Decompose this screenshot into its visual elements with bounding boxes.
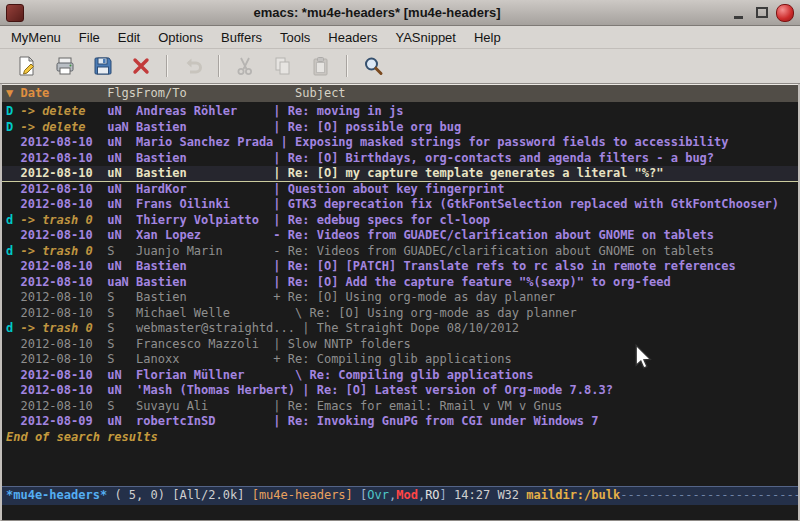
- from-field: Frans Oilinki: [136, 197, 273, 211]
- date-field: 2012-08-10: [20, 399, 107, 413]
- from-field: Juanjo Marin: [136, 244, 273, 258]
- buffer-empty-space: [2, 445, 798, 486]
- mark-char: [6, 306, 20, 320]
- date-field: 2012-08-10: [20, 383, 107, 397]
- modeline-search-scope: [All/2.0k]: [172, 488, 251, 502]
- subject-field: Slow NNTP folders: [288, 337, 411, 351]
- thread-indicator: |: [273, 399, 287, 413]
- header-row[interactable]: 2012-08-10 uN Xan Lopez - Re: Videos fro…: [2, 228, 798, 244]
- modeline-filler-dashes: ----------------------------------------…: [620, 488, 798, 502]
- header-row[interactable]: D -> delete uaN Bastien | Re: [O] possib…: [2, 120, 798, 136]
- menu-buffers[interactable]: Buffers: [212, 28, 271, 47]
- column-header-from[interactable]: From/To: [136, 86, 273, 100]
- thread-indicator: |: [273, 104, 287, 118]
- menu-mymenu[interactable]: MyMenu: [2, 28, 70, 47]
- toolbar: [0, 49, 800, 84]
- cut-icon: [230, 52, 260, 80]
- date-field: 2012-08-10: [20, 275, 107, 289]
- header-row[interactable]: 2012-08-10 uN Bastien | Re: [O] [PATCH] …: [2, 259, 798, 275]
- toolbar-separator: [346, 55, 348, 77]
- close-button[interactable]: [776, 4, 794, 22]
- header-row[interactable]: 2012-08-10 S Lanoxx + Re: Compiling glib…: [2, 352, 798, 368]
- header-row[interactable]: 2012-08-10 S Suvayu Ali | Re: Emacs for …: [2, 399, 798, 415]
- flags-field: uN: [107, 166, 136, 180]
- minimize-button[interactable]: [730, 4, 747, 21]
- header-row[interactable]: 2012-08-10 S Francesco Mazzoli | Slow NN…: [2, 337, 798, 353]
- from-field: webmaster@straightd...: [136, 321, 302, 335]
- thread-indicator: |: [273, 259, 287, 273]
- column-header-date[interactable]: ▼ Date: [6, 86, 107, 100]
- menu-options[interactable]: Options: [149, 28, 212, 47]
- header-row[interactable]: 2012-08-10 uN Bastien | Re: [O] my captu…: [2, 166, 798, 182]
- header-row[interactable]: 2012-08-10 uN 'Mash (Thomas Herbert) | R…: [2, 383, 798, 399]
- menu-edit[interactable]: Edit: [109, 28, 149, 47]
- thread-indicator: |: [302, 383, 316, 397]
- window-menu-icon[interactable]: [6, 4, 24, 22]
- mark-char: d: [6, 213, 20, 227]
- header-row[interactable]: d -> trash 0 S Juanjo Marin - Re: Videos…: [2, 244, 798, 260]
- header-row[interactable]: 2012-08-10 uN Bastien | Re: [O] Birthday…: [2, 151, 798, 167]
- kill-buffer-icon[interactable]: [126, 52, 156, 80]
- mark-char: [6, 197, 20, 211]
- header-row[interactable]: 2012-08-10 S Michael Welle \ Re: [O] Usi…: [2, 306, 798, 322]
- menu-tools[interactable]: Tools: [271, 28, 319, 47]
- date-field: 2012-08-10: [20, 306, 107, 320]
- column-header-subject[interactable]: Subject: [273, 86, 345, 100]
- flags-field: uN: [107, 151, 136, 165]
- subject-field: Re: edebug specs for cl-loop: [288, 213, 490, 227]
- thread-indicator: |: [273, 197, 287, 211]
- headers-header-line: ▼ Date FlgsFrom/To Subject: [2, 84, 798, 102]
- menu-file[interactable]: File: [70, 28, 109, 47]
- header-row[interactable]: d -> trash 0 S webmaster@straightd... | …: [2, 321, 798, 337]
- print-icon[interactable]: [50, 52, 80, 80]
- mode-line[interactable]: *mu4e-headers* ( 5, 0) [All/2.0k] [mu4e-…: [2, 486, 798, 505]
- menu-yasnippet[interactable]: YASnippet: [386, 28, 464, 47]
- header-row[interactable]: 2012-08-10 uN HardKor | Question about k…: [2, 182, 798, 198]
- header-row[interactable]: 2012-08-10 uaN Bastien | Re: [O] Add the…: [2, 275, 798, 291]
- thread-indicator: |: [273, 414, 287, 428]
- flags-field: uN: [107, 383, 136, 397]
- thread-indicator: |: [273, 166, 287, 180]
- save-icon[interactable]: [88, 52, 118, 80]
- subject-field: Exposing masked strings for password fie…: [295, 135, 728, 149]
- flags-field: uN: [107, 197, 136, 211]
- thread-indicator: \: [273, 368, 309, 382]
- flags-field: uaN: [107, 275, 136, 289]
- flags-field: uN: [107, 368, 136, 382]
- subject-field: Re: Compiling glib applications: [309, 368, 533, 382]
- date-field: 2012-08-10: [20, 290, 107, 304]
- date-field: -> delete: [20, 120, 107, 134]
- search-icon[interactable]: [358, 52, 388, 80]
- from-field: Andreas Röhler: [136, 104, 273, 118]
- subject-field: Re: Invoking GnuPG from CGI under Window…: [288, 414, 599, 428]
- thread-indicator: |: [273, 120, 287, 134]
- subject-field: Re: [O] Using org-mode as day planner: [288, 290, 555, 304]
- menu-headers[interactable]: Headers: [319, 28, 386, 47]
- mark-char: [6, 228, 20, 242]
- maximize-button[interactable]: [753, 4, 770, 21]
- copy-icon: [268, 52, 298, 80]
- header-row[interactable]: 2012-08-09 uN robertcInSD | Re: Invoking…: [2, 414, 798, 430]
- header-row[interactable]: 2012-08-10 uN Florian Müllner \ Re: Comp…: [2, 368, 798, 384]
- from-field: HardKor: [136, 182, 273, 196]
- date-field: 2012-08-10: [20, 151, 107, 165]
- date-field: 2012-08-10: [20, 352, 107, 366]
- modeline-status-mod: Mod: [396, 488, 418, 502]
- modeline-window-id: W32: [497, 488, 526, 502]
- thread-indicator: \: [273, 306, 309, 320]
- echo-area[interactable]: [2, 505, 798, 520]
- date-field: -> trash 0: [20, 321, 107, 335]
- subject-field: Re: [O] Latest version of Org-mode 7.8.3…: [317, 383, 613, 397]
- column-header-flags[interactable]: Flgs: [107, 86, 136, 100]
- header-row[interactable]: 2012-08-10 S Bastien + Re: [O] Using org…: [2, 290, 798, 306]
- header-row[interactable]: d -> trash 0 uN Thierry Volpiatto | Re: …: [2, 213, 798, 229]
- modeline-status-ovr: Ovr: [367, 488, 389, 502]
- subject-field: GTK3 deprecation fix (GtkFontSelection r…: [288, 197, 779, 211]
- new-file-icon[interactable]: [12, 52, 42, 80]
- header-row[interactable]: D -> delete uN Andreas Röhler | Re: movi…: [2, 104, 798, 120]
- header-row[interactable]: 2012-08-10 uN Frans Oilinki | GTK3 depre…: [2, 197, 798, 213]
- thread-indicator: +: [273, 352, 287, 366]
- end-of-results: End of search results: [2, 430, 798, 446]
- menu-help[interactable]: Help: [465, 28, 510, 47]
- header-row[interactable]: 2012-08-10 uN Mario Sanchez Prada | Expo…: [2, 135, 798, 151]
